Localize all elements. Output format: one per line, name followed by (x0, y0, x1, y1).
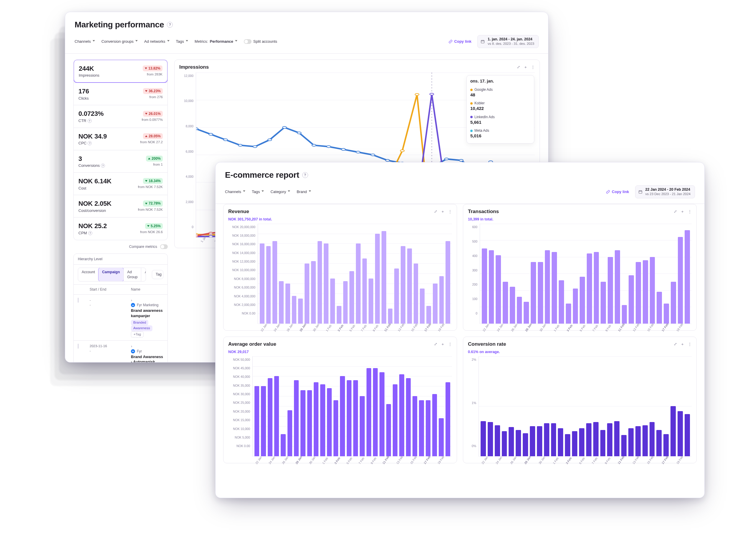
bar[interactable] (558, 428, 563, 456)
data-point[interactable] (223, 139, 228, 141)
bar[interactable] (566, 303, 571, 323)
bar[interactable] (601, 282, 606, 323)
bar[interactable] (488, 422, 493, 456)
bar[interactable] (393, 384, 397, 456)
bar[interactable] (593, 422, 599, 456)
bar[interactable] (643, 260, 648, 323)
bar[interactable] (537, 426, 542, 456)
filter-conversion-groups[interactable]: Conversion groups (101, 39, 138, 44)
expand-icon[interactable]: ⤢ (674, 341, 677, 347)
bar[interactable] (614, 421, 619, 456)
bar[interactable] (399, 374, 404, 456)
bar[interactable] (272, 241, 277, 323)
copy-link-button[interactable]: Copy link (606, 189, 629, 195)
expand-icon[interactable]: ⤢ (674, 209, 677, 214)
bar[interactable] (353, 380, 358, 456)
bar[interactable] (394, 269, 399, 323)
kpi-ctr[interactable]: 0.0723%CTR ?26.01%from 0.0977% (74, 105, 167, 127)
bar[interactable] (439, 418, 443, 456)
bar[interactable] (318, 241, 322, 323)
bar[interactable] (671, 282, 676, 323)
help-icon[interactable]: ? (302, 172, 308, 178)
expand-icon[interactable]: ⤢ (434, 341, 437, 347)
bar[interactable] (587, 254, 592, 323)
bar[interactable] (268, 378, 272, 456)
bar[interactable] (401, 246, 405, 323)
bar[interactable] (367, 368, 371, 456)
bar[interactable] (559, 280, 564, 323)
bar[interactable] (502, 431, 507, 456)
bar[interactable] (678, 411, 683, 456)
data-point[interactable] (415, 93, 419, 96)
kpi-cpm[interactable]: NOK 25.2CPM ?5.25%from NOK 26.6 (74, 217, 167, 240)
bar[interactable] (375, 234, 380, 323)
bar[interactable] (426, 400, 430, 456)
bar[interactable] (333, 400, 338, 456)
add-icon[interactable]: ＋ (681, 209, 684, 214)
bar[interactable] (373, 368, 378, 456)
data-point[interactable] (196, 128, 198, 130)
bar[interactable] (274, 376, 279, 456)
data-point[interactable] (209, 232, 213, 234)
bar[interactable] (382, 231, 386, 323)
bar[interactable] (287, 410, 292, 456)
kpi-conversions[interactable]: 3Conversions ?200%from 1 (74, 150, 167, 173)
bar[interactable] (517, 297, 522, 323)
add-icon[interactable]: ＋ (524, 65, 527, 70)
bar[interactable] (538, 262, 543, 323)
bar[interactable] (657, 292, 662, 323)
bar[interactable] (544, 423, 549, 456)
expand-icon[interactable]: ⤢ (517, 65, 520, 70)
filter-tags[interactable]: Tags (176, 39, 189, 44)
bar[interactable] (685, 230, 690, 323)
bar[interactable] (650, 422, 655, 456)
bar[interactable] (685, 414, 690, 456)
bar[interactable] (551, 423, 556, 456)
bar[interactable] (489, 250, 494, 323)
data-point[interactable] (209, 133, 213, 135)
data-point[interactable] (253, 146, 257, 148)
bar[interactable] (369, 278, 373, 323)
bar[interactable] (281, 434, 285, 456)
bar[interactable] (516, 430, 521, 456)
bar[interactable] (545, 250, 550, 323)
filter-metrics[interactable]: Metrics: Performance (195, 39, 238, 44)
bar[interactable] (330, 278, 335, 323)
add-icon[interactable]: ＋ (441, 341, 445, 347)
bar[interactable] (343, 281, 348, 323)
data-point[interactable] (386, 160, 390, 162)
compare-metrics-toggle[interactable]: Compare metrics (73, 244, 168, 249)
bar[interactable] (285, 283, 290, 323)
add-icon[interactable]: ＋ (441, 209, 445, 214)
bar[interactable] (379, 372, 384, 456)
bar[interactable] (622, 305, 627, 323)
date-range-picker[interactable]: 1. jan. 2024 - 24. jan. 2024 vs 8. des. … (477, 35, 539, 48)
more-icon[interactable]: ⋮ (531, 65, 535, 70)
bar[interactable] (608, 257, 613, 323)
bar[interactable] (320, 384, 325, 456)
row-checkbox[interactable] (78, 298, 78, 303)
bar[interactable] (594, 252, 599, 323)
bar[interactable] (552, 252, 557, 323)
bar[interactable] (572, 431, 577, 456)
bar[interactable] (482, 249, 487, 323)
expand-icon[interactable]: ⤢ (434, 209, 437, 214)
data-point[interactable] (371, 154, 375, 156)
data-point[interactable] (282, 127, 287, 129)
bar[interactable] (628, 428, 634, 456)
kpi-cost-conversion[interactable]: NOK 2.05KCost/conversion72.78%from NOK 7… (74, 195, 167, 217)
bar[interactable] (531, 262, 536, 323)
bar[interactable] (629, 275, 634, 323)
add-tag-button[interactable]: +Tag (131, 331, 144, 338)
bar[interactable] (580, 277, 585, 323)
data-point[interactable] (297, 132, 301, 134)
tag[interactable]: Awareness (131, 325, 152, 331)
bar[interactable] (446, 382, 450, 456)
bar[interactable] (565, 434, 570, 456)
bar[interactable] (446, 241, 450, 323)
more-icon[interactable]: ⋮ (688, 341, 692, 347)
filter-category[interactable]: Category (270, 189, 291, 195)
bar[interactable] (414, 264, 418, 323)
bar[interactable] (426, 306, 431, 323)
table-row[interactable]: 2023-11-16-›∞ FyrBrand Awareness - Autom… (74, 340, 167, 362)
